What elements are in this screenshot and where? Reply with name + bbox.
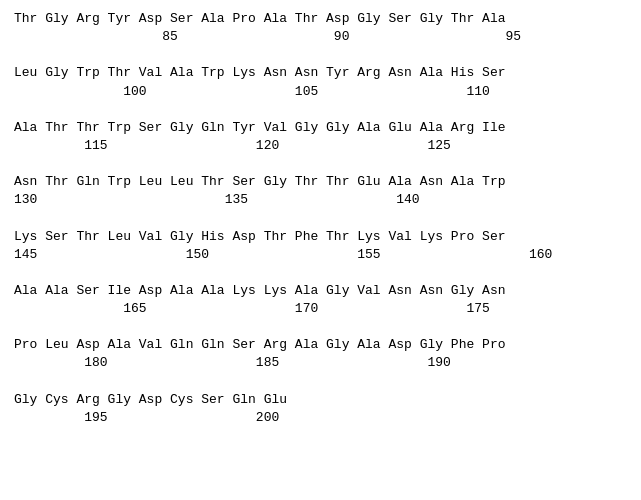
number-line-0: 85 90 95 [14,28,627,46]
sequence-block-5: Ala Ala Ser Ile Asp Ala Ala Lys Lys Ala … [14,282,627,318]
sequence-block-7: Gly Cys Arg Gly Asp Cys Ser Gln Glu 195 … [14,391,627,427]
residue-line-4: Lys Ser Thr Leu Val Gly His Asp Thr Phe … [14,228,627,246]
residue-line-1: Leu Gly Trp Thr Val Ala Trp Lys Asn Asn … [14,64,627,82]
residue-line-0: Thr Gly Arg Tyr Asp Ser Ala Pro Ala Thr … [14,10,627,28]
sequence-block-1: Leu Gly Trp Thr Val Ala Trp Lys Asn Asn … [14,64,627,100]
sequence-block-6: Pro Leu Asp Ala Val Gln Gln Ser Arg Ala … [14,336,627,372]
residue-line-3: Asn Thr Gln Trp Leu Leu Thr Ser Gly Thr … [14,173,627,191]
number-line-5: 165 170 175 [14,300,627,318]
number-line-4: 145 150 155 160 [14,246,627,264]
sequence-container: Thr Gly Arg Tyr Asp Ser Ala Pro Ala Thr … [14,10,627,427]
residue-line-2: Ala Thr Thr Trp Ser Gly Gln Tyr Val Gly … [14,119,627,137]
residue-line-5: Ala Ala Ser Ile Asp Ala Ala Lys Lys Ala … [14,282,627,300]
number-line-2: 115 120 125 [14,137,627,155]
number-line-6: 180 185 190 [14,354,627,372]
number-line-7: 195 200 [14,409,627,427]
sequence-block-3: Asn Thr Gln Trp Leu Leu Thr Ser Gly Thr … [14,173,627,209]
number-line-3: 130 135 140 [14,191,627,209]
sequence-block-2: Ala Thr Thr Trp Ser Gly Gln Tyr Val Gly … [14,119,627,155]
number-line-1: 100 105 110 [14,83,627,101]
sequence-block-4: Lys Ser Thr Leu Val Gly His Asp Thr Phe … [14,228,627,264]
sequence-block-0: Thr Gly Arg Tyr Asp Ser Ala Pro Ala Thr … [14,10,627,46]
residue-line-7: Gly Cys Arg Gly Asp Cys Ser Gln Glu [14,391,627,409]
residue-line-6: Pro Leu Asp Ala Val Gln Gln Ser Arg Ala … [14,336,627,354]
